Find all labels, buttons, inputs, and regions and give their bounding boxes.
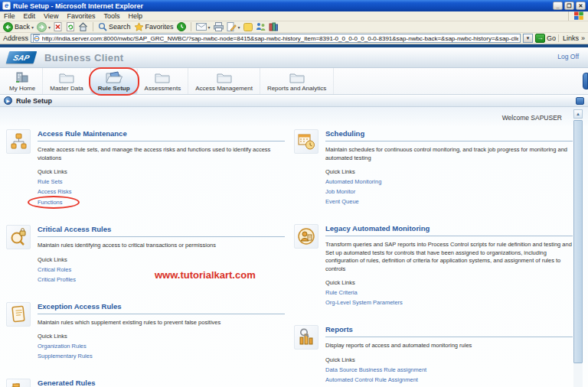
windows-logo-icon <box>568 11 584 21</box>
link-automated-monitoring[interactable]: Automated Monitoring <box>325 178 573 185</box>
forward-button[interactable]: ▾ <box>37 22 51 32</box>
link-job-monitor[interactable]: Job Monitor <box>325 188 573 195</box>
star-icon <box>134 22 144 31</box>
scroll-up-button[interactable]: ▲ <box>573 109 583 119</box>
minimize-button[interactable]: _ <box>553 2 563 10</box>
go-icon: → <box>535 34 545 43</box>
right-column: Scheduling Maintain schedules for contin… <box>294 129 573 387</box>
home-icon <box>78 22 88 31</box>
section-title: Scheduling <box>325 129 573 141</box>
refresh-button[interactable] <box>66 22 75 31</box>
note-icon <box>243 23 253 31</box>
section-description: Create access rule sets, and manage the … <box>38 146 285 162</box>
menu-view[interactable]: View <box>44 12 58 20</box>
link-data-source-business-rule-assignment[interactable]: Data Source Business Rule assignment <box>325 366 573 373</box>
notepad-icon <box>6 302 31 327</box>
breadcrumb: ▶ Rule Setup <box>0 95 588 107</box>
section-title: Critical Access Rules <box>38 225 285 237</box>
quick-links-label: Quick Links <box>38 333 285 340</box>
back-icon <box>3 22 13 32</box>
link-access-risks[interactable]: Access Risks <box>38 188 285 195</box>
link-automated-control-rule-assignment[interactable]: Automated Control Rule Assignment <box>325 376 573 383</box>
links-menu[interactable]: Links » <box>558 34 585 42</box>
address-url: http://india.server.com:8000/nwbc/SAP_GR… <box>42 35 518 42</box>
page-icon <box>33 34 40 43</box>
quick-links-label: Quick Links <box>325 356 573 363</box>
nav-tab-bar: My Home Master Data Rule Setup Assessmen… <box>0 68 588 95</box>
tab-assessments[interactable]: Assessments <box>138 68 189 94</box>
search-button[interactable]: Search <box>98 22 131 31</box>
section-title: Generated Rules <box>38 379 285 387</box>
section-legacy-automated-monitoring: Legacy Automated Monitoring Transform qu… <box>294 224 573 309</box>
section-description: Maintain schedules for continuous contro… <box>325 146 573 162</box>
folder-icon <box>155 70 170 83</box>
tab-rule-setup[interactable]: Rule Setup <box>91 68 138 94</box>
mail-button[interactable]: ▾ <box>196 23 211 31</box>
calendar-clock-icon <box>294 129 318 154</box>
section-description: Display reports of access and automated … <box>325 342 573 350</box>
quick-links-label: Quick Links <box>325 168 573 175</box>
section-exception-access-rules: Exception Access Rules Maintain rules wh… <box>6 302 285 363</box>
section-title: Exception Access Rules <box>38 302 285 314</box>
lock-magnifier-icon <box>6 225 31 249</box>
content-scrollbar[interactable]: ▲ <box>573 109 583 387</box>
tab-reports-and-analytics[interactable]: Reports and Analytics <box>260 68 334 94</box>
address-bar: Address http://india.server.com:8000/nwb… <box>0 33 588 44</box>
close-button[interactable]: ✕ <box>576 2 586 10</box>
link-org-level-system-parameters[interactable]: Org-Level System Parameters <box>325 299 573 306</box>
discuss-button[interactable] <box>243 23 253 31</box>
mail-icon <box>196 23 207 31</box>
link-event-queue[interactable]: Event Queue <box>325 198 573 205</box>
section-scheduling: Scheduling Maintain schedules for contin… <box>294 129 573 208</box>
section-description: Maintain rules which supplement existing… <box>38 319 285 327</box>
history-icon <box>177 22 186 31</box>
tab-my-home[interactable]: My Home <box>2 68 43 94</box>
messenger-icon <box>256 22 266 31</box>
messenger-button[interactable] <box>256 22 266 31</box>
quick-links-label: Quick Links <box>38 256 285 263</box>
edit-button[interactable]: ▾ <box>227 22 240 31</box>
home-button[interactable] <box>78 22 88 31</box>
tab-access-management[interactable]: Access Management <box>188 68 260 94</box>
refresh-icon <box>66 22 75 31</box>
breadcrumb-expand-button[interactable]: ▶ <box>4 96 12 105</box>
go-button[interactable]: → Go <box>535 34 556 43</box>
quick-links-label: Quick Links <box>325 279 573 286</box>
section-title: Legacy Automated Monitoring <box>325 224 573 236</box>
folder-icon <box>217 70 232 83</box>
link-organization-rules[interactable]: Organization Rules <box>38 343 285 350</box>
ie-toolbar: Back▾ ▾ Search Favorites ▾ ▾ <box>0 21 588 33</box>
link-supplementary-rules[interactable]: Supplementary Rules <box>38 353 285 359</box>
address-dropdown-button[interactable]: ▼ <box>523 34 533 43</box>
menu-tools[interactable]: Tools <box>103 12 119 20</box>
favorites-button[interactable]: Favorites <box>134 22 174 31</box>
scrollbar-thumb[interactable] <box>573 120 583 363</box>
restore-button[interactable]: ❐ <box>564 2 574 10</box>
stop-button[interactable] <box>54 22 63 31</box>
print-button[interactable] <box>214 22 224 31</box>
tab-master-data[interactable]: Master Data <box>43 68 91 94</box>
window-title: Rule Setup - Microsoft Internet Explorer <box>13 2 551 10</box>
menu-favorites[interactable]: Favorites <box>67 12 95 20</box>
sap-header: SAP Business Client Log Off <box>0 47 588 68</box>
link-rule-sets[interactable]: Rule Sets <box>38 178 285 185</box>
link-functions[interactable]: Functions <box>38 199 63 206</box>
folder-icon <box>59 70 74 83</box>
link-rule-criteria[interactable]: Rule Criteria <box>325 289 573 296</box>
research-button[interactable] <box>269 22 278 31</box>
menu-file[interactable]: File <box>4 12 15 20</box>
menu-edit[interactable]: Edit <box>24 12 36 20</box>
breadcrumb-options-icon[interactable] <box>576 97 584 105</box>
nav-scroll-chip[interactable] <box>583 73 588 89</box>
quick-links-label: Quick Links <box>38 168 285 175</box>
address-label: Address <box>3 34 28 42</box>
left-column: Access Rule Maintenance Create access ru… <box>6 129 285 387</box>
back-button[interactable]: Back▾ <box>3 22 34 32</box>
menu-help[interactable]: Help <box>128 12 142 20</box>
history-button[interactable] <box>177 22 186 31</box>
window-titlebar: e Rule Setup - Microsoft Internet Explor… <box>0 0 588 11</box>
page-edit-icon <box>227 22 237 31</box>
address-input[interactable]: http://india.server.com:8000/nwbc/SAP_GR… <box>31 34 521 43</box>
log-off-link[interactable]: Log Off <box>557 53 579 60</box>
section-description: Transform queries and SAP reports into P… <box>325 241 573 273</box>
